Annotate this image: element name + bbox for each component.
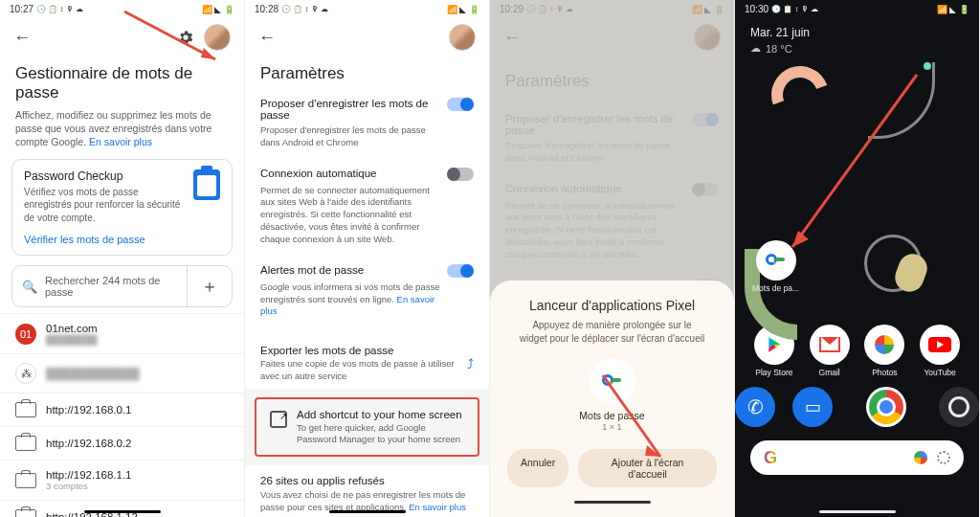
- setting-sub: Google vous informera si vos mots de pas…: [245, 281, 489, 327]
- nav-pill[interactable]: [329, 510, 406, 513]
- gear-icon[interactable]: [177, 29, 194, 46]
- site-icon: ⁂: [15, 363, 36, 384]
- search-input[interactable]: 🔍 Rechercher 244 mots de passe: [12, 266, 188, 306]
- password-key-icon: [766, 250, 787, 271]
- back-button[interactable]: ←: [258, 28, 276, 48]
- router-icon: [15, 509, 36, 517]
- password-list: 01 01net.com████████ ⁂ ████████████ http…: [0, 313, 244, 517]
- list-item[interactable]: http://192.168.1.13 comptes: [0, 460, 244, 500]
- cloud-icon: ☁: [750, 42, 761, 55]
- setting-auto-signin[interactable]: Connexion automatique: [245, 159, 489, 185]
- refused-sites[interactable]: 26 sites ou applis refusés Vous avez cho…: [245, 465, 489, 517]
- add-home-shortcut[interactable]: Add shortcut to your home screen To get …: [255, 397, 479, 458]
- app-youtube[interactable]: YouTube: [912, 325, 968, 377]
- widget-preview[interactable]: [590, 358, 635, 404]
- shortcut-icon: [270, 411, 287, 428]
- password-checkup-card[interactable]: Password Checkup Vérifiez vos mots de pa…: [11, 159, 233, 257]
- page-title: Gestionnaire de mots de passe: [0, 56, 244, 108]
- nav-pill[interactable]: [84, 510, 161, 513]
- checkup-title: Password Checkup: [24, 169, 186, 183]
- list-item[interactable]: http://192.168.0.1: [0, 393, 244, 426]
- avatar[interactable]: [449, 24, 476, 51]
- wallpaper-decoration: [868, 62, 935, 139]
- mic-icon[interactable]: [914, 451, 927, 464]
- google-logo-icon: G: [764, 448, 777, 468]
- gmail-icon: [819, 337, 840, 352]
- toggle-icon[interactable]: [447, 168, 474, 181]
- status-bar: 10:27🕓 📋 ↕ 🎙 ☁ 📶 ◣ 🔋: [0, 0, 244, 18]
- nav-pill[interactable]: [574, 501, 651, 504]
- router-icon: [15, 473, 36, 488]
- setting-sub: Proposer d'enregistrer les mots de passe…: [245, 124, 489, 159]
- router-icon: [15, 402, 36, 417]
- avatar[interactable]: [204, 24, 231, 51]
- site-icon: 01: [15, 324, 36, 345]
- search-icon: 🔍: [22, 280, 37, 294]
- list-item[interactable]: http://192.168.0.2: [0, 426, 244, 460]
- cancel-button[interactable]: Annuler: [507, 449, 568, 487]
- list-item[interactable]: http://192.168.1.12: [0, 500, 244, 517]
- passwords-shortcut[interactable]: Mots de pa...: [752, 240, 799, 293]
- export-passwords[interactable]: Exporter les mots de passe Faites une co…: [245, 335, 489, 389]
- learn-more-link[interactable]: En savoir plus: [89, 136, 152, 147]
- panel-home-screen: 10:30🕓 📋 ↕ 🎙 ☁ 📶 ◣ 🔋 Mar. 21 juin ☁18 °C…: [735, 0, 980, 517]
- clipboard-icon: [193, 169, 220, 200]
- chrome-icon: [869, 390, 903, 424]
- chrome-app[interactable]: [866, 387, 906, 427]
- messages-app[interactable]: ▭: [792, 387, 833, 427]
- camera-app[interactable]: [939, 387, 979, 427]
- panel-settings: 10:28🕓 📋 ↕ 🎙 ☁ 📶 ◣ 🔋 ← Paramètres Propos…: [245, 0, 490, 517]
- toggle-icon[interactable]: [447, 98, 474, 111]
- status-bar: 10:28🕓 📋 ↕ 🎙 ☁ 📶 ◣ 🔋: [245, 0, 489, 18]
- wallpaper-area[interactable]: Mots de pa...: [735, 62, 979, 321]
- widget-dimension: 1 × 1: [507, 422, 717, 432]
- checkup-subtitle: Vérifiez vos mots de passe enregistrés p…: [24, 186, 186, 225]
- search-bar[interactable]: G: [750, 440, 964, 475]
- page-title: Paramètres: [245, 56, 489, 89]
- list-item[interactable]: ⁂ ████████████: [0, 353, 244, 393]
- router-icon: [15, 436, 36, 451]
- sheet-subtitle: Appuyez de manière prolongée sur le widg…: [519, 319, 705, 345]
- list-item[interactable]: 01 01net.com████████: [0, 313, 244, 353]
- export-icon: ⤴: [467, 356, 474, 371]
- app-photos[interactable]: Photos: [858, 325, 913, 377]
- verify-passwords-link[interactable]: Vérifier les mots de passe: [24, 234, 220, 245]
- app-gmail[interactable]: Gmail: [802, 325, 858, 377]
- phone-app[interactable]: ✆: [735, 387, 775, 427]
- sheet-title: Lanceur d'applications Pixel: [507, 298, 717, 313]
- panel-password-manager: 10:27🕓 📋 ↕ 🎙 ☁ 📶 ◣ 🔋 ← Gestionnaire de m…: [0, 0, 245, 517]
- add-password-button[interactable]: ＋: [188, 267, 232, 305]
- setting-sub: Permet de se connecter automatiquement a…: [245, 185, 489, 256]
- password-key-icon: [602, 371, 623, 392]
- nav-pill[interactable]: [819, 510, 896, 513]
- search-row: 🔍 Rechercher 244 mots de passe ＋: [11, 265, 233, 307]
- back-button[interactable]: ←: [13, 28, 31, 48]
- youtube-icon: [928, 337, 951, 352]
- lens-icon[interactable]: [937, 451, 950, 464]
- toggle-icon[interactable]: [447, 264, 474, 278]
- dock: ✆ ▭: [735, 377, 979, 435]
- setting-alerts[interactable]: Alertes mot de passe: [245, 256, 489, 281]
- learn-more-link[interactable]: En savoir plus: [409, 502, 466, 512]
- status-bar: 10:30🕓 📋 ↕ 🎙 ☁ 📶 ◣ 🔋: [735, 0, 979, 18]
- bottom-sheet: Lanceur d'applications Pixel Appuyez de …: [490, 281, 734, 517]
- date-widget[interactable]: Mar. 21 juin ☁18 °C: [735, 18, 979, 62]
- photos-icon: [875, 335, 894, 354]
- setting-save-passwords[interactable]: Proposer d'enregistrer les mots de passe: [245, 89, 489, 124]
- wallpaper-decoration: [762, 56, 838, 133]
- page-description: Affichez, modifiez ou supprimez les mots…: [0, 108, 244, 159]
- widget-label: Mots de passe: [507, 410, 717, 421]
- wallpaper-decoration: [924, 62, 931, 70]
- panel-launcher-modal: 10:29🕓 📋 ↕ 🎙 ☁ 📶 ◣ 🔋 ← Paramètres Propos…: [490, 0, 735, 517]
- add-to-home-button[interactable]: Ajouter à l'écran d'accueil: [578, 449, 717, 487]
